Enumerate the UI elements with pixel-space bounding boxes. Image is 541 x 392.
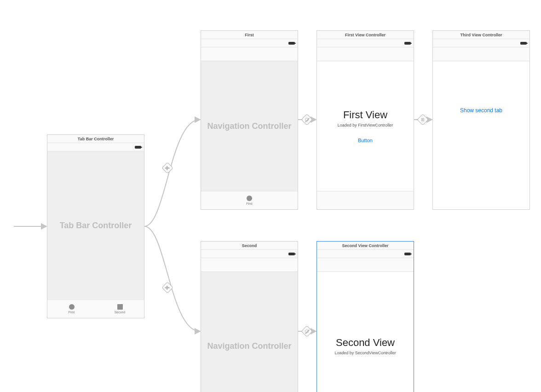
tab-item-label: Second	[115, 311, 126, 314]
scene-body: Tab Bar Controller	[47, 151, 144, 300]
battery-icon	[404, 253, 411, 255]
square-icon	[117, 304, 123, 310]
scene-title: Third View Controller	[433, 31, 529, 39]
battery-icon	[288, 42, 295, 45]
storyboard-canvas[interactable]: ⊞ Tab Bar Controller Tab Bar Controller …	[0, 0, 541, 392]
status-bar	[317, 250, 414, 258]
nav-bar	[317, 258, 414, 272]
view-subtitle: Loaded by FirstViewController	[338, 123, 393, 127]
circle-icon	[247, 196, 252, 201]
scene-body: Navigation Controller	[201, 61, 298, 191]
tab-bar: First Second	[47, 300, 144, 318]
scene-body: First View Loaded by FirstViewController…	[317, 61, 414, 191]
scene-first-view-controller[interactable]: First View Controller First View Loaded …	[317, 30, 414, 210]
segue-badge-relationship-1[interactable]	[161, 162, 173, 173]
segue-badge-root-1[interactable]	[301, 114, 312, 125]
status-bar	[201, 250, 298, 258]
status-bar	[433, 39, 529, 47]
nav-bar	[317, 47, 414, 61]
status-bar	[201, 39, 298, 47]
scene-title: Second View Controller	[317, 242, 414, 250]
view-title: First View	[343, 109, 387, 121]
scene-tab-bar-controller[interactable]: Tab Bar Controller Tab Bar Controller Fi…	[47, 134, 144, 318]
scene-body: Second View Loaded by SecondViewControll…	[317, 272, 414, 392]
status-bar	[47, 143, 144, 151]
scene-title: First	[201, 31, 298, 39]
battery-icon	[520, 42, 527, 45]
segue-badge-show[interactable]: ⊞	[417, 114, 428, 125]
placeholder-label: Navigation Controller	[207, 341, 291, 351]
segue-badge-root-2[interactable]	[301, 325, 312, 337]
view-title: Second View	[336, 337, 395, 349]
scene-title: Second	[201, 242, 298, 250]
tab-item-label: First	[69, 311, 75, 314]
tab-bar	[317, 191, 414, 209]
scene-title: First View Controller	[317, 31, 414, 39]
scene-title: Tab Bar Controller	[47, 135, 144, 143]
button[interactable]: Button	[358, 138, 373, 143]
battery-icon	[288, 253, 295, 255]
tab-item-second[interactable]: Second	[96, 300, 144, 318]
tab-bar: First	[201, 191, 298, 209]
show-second-tab-button[interactable]: Show second tab	[460, 107, 502, 114]
scene-second-view-controller[interactable]: Second View Controller Second View Loade…	[317, 241, 414, 392]
tab-item-first[interactable]: First	[47, 300, 96, 318]
nav-bar	[201, 47, 298, 61]
scene-body: Show second tab	[433, 61, 529, 209]
circle-icon	[69, 304, 75, 310]
nav-bar	[433, 47, 529, 61]
scene-body: Navigation Controller	[201, 272, 298, 392]
nav-bar	[201, 258, 298, 272]
battery-icon	[404, 42, 411, 45]
placeholder-label: Navigation Controller	[207, 121, 291, 131]
segue-badge-relationship-2[interactable]	[161, 282, 173, 293]
battery-icon	[135, 146, 141, 149]
scene-third-view-controller[interactable]: Third View Controller Show second tab	[432, 30, 530, 210]
view-subtitle: Loaded by SecondViewController	[334, 351, 396, 355]
tab-item-first[interactable]: First	[201, 191, 298, 209]
tab-item-label: First	[246, 202, 253, 205]
status-bar	[317, 39, 414, 47]
scene-navigation-controller-second[interactable]: Second Navigation Controller	[201, 241, 298, 392]
placeholder-label: Tab Bar Controller	[60, 221, 132, 231]
scene-navigation-controller-first[interactable]: First Navigation Controller First	[201, 30, 298, 210]
